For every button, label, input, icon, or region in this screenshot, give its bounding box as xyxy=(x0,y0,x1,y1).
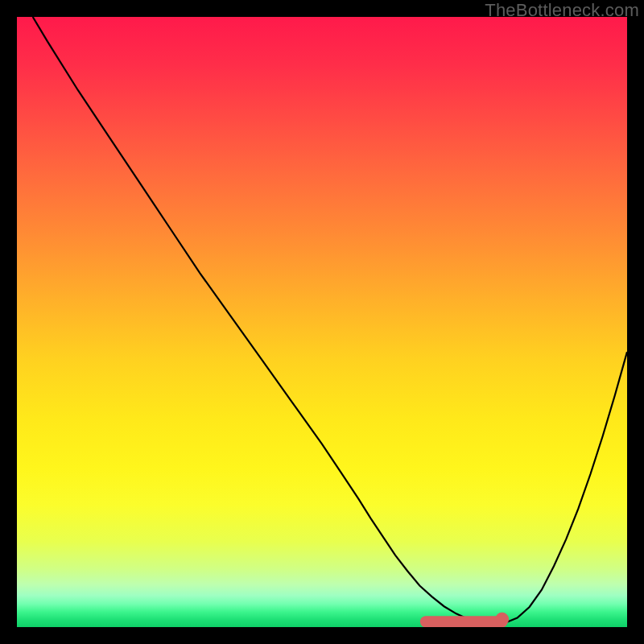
gradient-background xyxy=(17,17,627,627)
chart-plot-area xyxy=(17,17,627,627)
optimal-marker-dot xyxy=(496,613,509,625)
chart-frame: TheBottleneck.com xyxy=(0,0,644,644)
chart-svg xyxy=(17,17,627,627)
watermark-text: TheBottleneck.com xyxy=(485,0,639,21)
